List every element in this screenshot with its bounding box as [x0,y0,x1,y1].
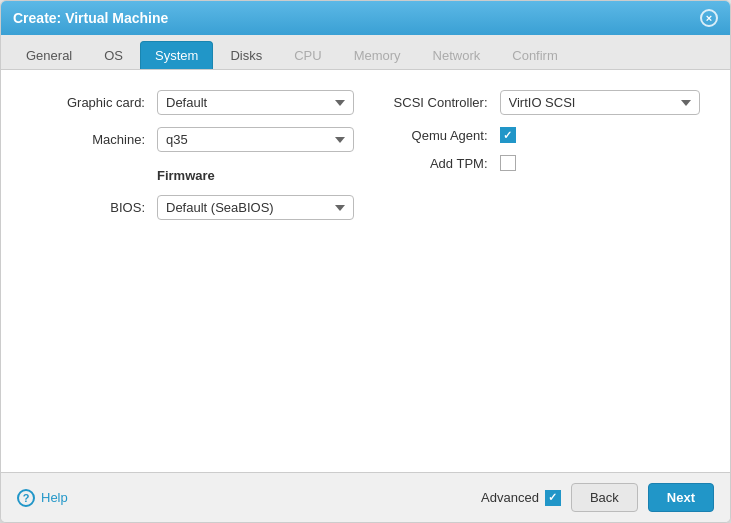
advanced-checkbox[interactable] [545,490,561,506]
dialog-title: Create: Virtual Machine [13,10,168,26]
dialog: Create: Virtual Machine × General OS Sys… [0,0,731,523]
left-column: Graphic card: Default Machine: q35 [25,90,354,220]
help-icon: ? [17,489,35,507]
machine-select[interactable]: q35 [157,127,354,152]
back-button[interactable]: Back [571,483,638,512]
tab-confirm: Confirm [497,41,573,69]
add-tpm-checkbox-wrapper [500,155,516,171]
tab-bar: General OS System Disks CPU Memory Netwo… [1,35,730,70]
right-column: SCSI Controller: VirtIO SCSI Qemu Agent: [378,90,707,171]
advanced-label: Advanced [481,490,539,505]
advanced-section: Advanced [481,490,561,506]
scsi-controller-row: SCSI Controller: VirtIO SCSI [378,90,707,115]
form-content: Graphic card: Default Machine: q35 [1,70,730,472]
qemu-agent-row: Qemu Agent: [378,127,707,143]
close-button[interactable]: × [700,9,718,27]
qemu-agent-checkbox[interactable] [500,127,516,143]
add-tpm-checkbox[interactable] [500,155,516,171]
add-tpm-label: Add TPM: [378,156,488,171]
help-label: Help [41,490,68,505]
bios-label: BIOS: [25,200,145,215]
machine-row: Machine: q35 [25,127,354,152]
graphic-card-row: Graphic card: Default [25,90,354,115]
scsi-controller-label: SCSI Controller: [378,95,488,110]
footer: ? Help Advanced Back Next [1,472,730,522]
qemu-agent-label: Qemu Agent: [378,128,488,143]
add-tpm-row: Add TPM: [378,155,707,171]
bios-row: BIOS: Default (SeaBIOS) [25,195,354,220]
tab-cpu: CPU [279,41,336,69]
tab-network: Network [418,41,496,69]
footer-right: Advanced Back Next [481,483,714,512]
form-grid: Graphic card: Default Machine: q35 [25,90,706,220]
firmware-header: Firmware [157,168,215,183]
tab-system[interactable]: System [140,41,213,69]
qemu-agent-checkbox-wrapper [500,127,516,143]
bios-select[interactable]: Default (SeaBIOS) [157,195,354,220]
tab-os[interactable]: OS [89,41,138,69]
scsi-controller-select[interactable]: VirtIO SCSI [500,90,700,115]
tab-memory: Memory [339,41,416,69]
graphic-card-label: Graphic card: [25,95,145,110]
machine-label: Machine: [25,132,145,147]
tab-general[interactable]: General [11,41,87,69]
firmware-row: Firmware [25,164,354,183]
help-section[interactable]: ? Help [17,489,68,507]
graphic-card-select[interactable]: Default [157,90,354,115]
title-bar: Create: Virtual Machine × [1,1,730,35]
close-icon: × [706,12,712,24]
tab-disks[interactable]: Disks [215,41,277,69]
next-button[interactable]: Next [648,483,714,512]
